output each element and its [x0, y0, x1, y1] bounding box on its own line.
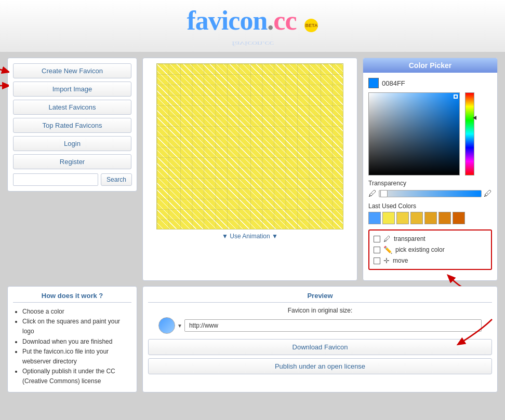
sidebar: Create New Favicon Import Image Latest F…	[7, 58, 137, 281]
beta-badge: BETA	[304, 19, 318, 32]
how-step-4: Optionally publish it under the CC (Crea…	[22, 367, 131, 386]
import-image-button[interactable]: Import Image	[13, 82, 131, 97]
color-swatch-3[interactable]	[410, 212, 423, 224]
move-tool-row: ✛ move	[374, 256, 487, 265]
transparent-checkbox[interactable]	[374, 236, 380, 242]
logo-favicon: favicon	[187, 6, 268, 35]
color-swatch-2[interactable]	[396, 212, 409, 224]
transparency-dropper-icon: 🖊	[368, 189, 377, 198]
preview-size-label: Favicon in original size:	[148, 307, 492, 314]
how-step-0: Choose a color	[22, 307, 131, 317]
hex-value: 0084FF	[382, 79, 405, 87]
download-arrow-svg	[445, 314, 497, 350]
how-title: How does it work ?	[13, 292, 131, 303]
transparent-icon: 🖊	[383, 235, 391, 243]
hue-strip-container	[465, 92, 474, 175]
transparency-slider[interactable]	[379, 190, 482, 197]
last-used-colors-row	[368, 212, 492, 224]
search-button[interactable]: Search	[101, 173, 132, 186]
slider-handle	[380, 190, 388, 197]
transparent-tool-row: 🖊 transparent	[374, 235, 487, 243]
how-box: How does it work ? Choose a color Click …	[7, 286, 137, 392]
how-step-3: Put the favicon.ico file into your webse…	[22, 347, 131, 367]
pick-tool-row: ✏️ pick existing color	[374, 246, 487, 254]
animation-label[interactable]: ▼ Use Animation ▼	[222, 233, 278, 240]
preview-favicon	[158, 317, 175, 334]
how-step-2: Download when you are finished	[22, 337, 131, 347]
hue-strip[interactable]	[465, 92, 474, 175]
canvas-area: ▼ Use Animation ▼	[142, 58, 357, 281]
publish-button[interactable]: Publish under an open license	[148, 358, 492, 374]
register-button[interactable]: Register	[13, 154, 131, 169]
preview-browser-bar: ▼	[148, 317, 492, 334]
animation-bar[interactable]: ▼ Use Animation ▼	[222, 233, 278, 240]
pick-label: pick existing color	[395, 246, 445, 253]
how-list: Choose a color Click on the squares and …	[13, 307, 131, 387]
last-used-label: Last Used Colors	[368, 202, 492, 210]
color-swatch-5[interactable]	[438, 212, 451, 224]
preview-nav-arrow[interactable]: ▼	[177, 323, 182, 329]
header: favicon.cc BETA favicon.cc	[0, 0, 505, 52]
sidebar-box: Create New Favicon Import Image Latest F…	[7, 58, 137, 192]
transparent-label: transparent	[394, 235, 426, 242]
gradient-container	[368, 92, 492, 175]
pick-icon: ✏️	[383, 246, 392, 254]
color-swatch-1[interactable]	[382, 212, 395, 224]
create-favicon-button[interactable]: Create New Favicon	[13, 63, 131, 78]
bottom-section: How does it work ? Choose a color Click …	[0, 286, 505, 398]
transparency-label: Transparency	[368, 180, 492, 187]
color-swatch-0[interactable]	[368, 212, 381, 224]
login-button[interactable]: Login	[13, 136, 131, 151]
color-picker-header: Color Picker	[363, 58, 497, 73]
color-swatch-6[interactable]	[453, 212, 465, 224]
color-picker-body: 0084FF	[363, 73, 497, 280]
hue-handle	[473, 116, 476, 120]
grid-overlay	[157, 64, 343, 229]
logo-cc: cc	[273, 6, 296, 35]
gradient-border	[368, 92, 460, 175]
transparency-full-icon: 🖊	[484, 189, 492, 198]
create-arrow	[0, 62, 9, 83]
logo-dot: .	[267, 6, 273, 35]
search-row: Search	[13, 173, 131, 186]
pick-checkbox[interactable]	[374, 247, 380, 253]
color-swatch-4[interactable]	[424, 212, 437, 224]
download-favicon-button[interactable]: Download Favicon	[148, 339, 492, 355]
logo-reflection: favicon.cc	[0, 40, 505, 48]
preview-box: Preview Favicon in original size: ▼ Down…	[142, 286, 498, 392]
color-picker-panel: Color Picker 0084FF	[363, 58, 498, 281]
color-picker-title: Color Picker	[409, 61, 451, 70]
move-checkbox[interactable]	[374, 258, 380, 264]
import-arrow	[0, 80, 9, 91]
move-icon: ✛	[383, 256, 390, 265]
preview-title: Preview	[148, 292, 492, 303]
top-rated-button[interactable]: Top Rated Favicons	[13, 118, 131, 133]
move-label: move	[393, 257, 408, 264]
favicon-grid[interactable]	[156, 63, 343, 229]
hex-row: 0084FF	[368, 78, 492, 88]
search-input[interactable]	[13, 173, 98, 186]
tools-box: 🖊 transparent ✏️ pick existing color ✛ m…	[368, 229, 492, 270]
hex-swatch	[368, 78, 379, 88]
preview-url-input[interactable]	[184, 319, 482, 332]
transparency-row: 🖊 🖊	[368, 189, 492, 198]
how-step-1: Click on the squares and paint your logo	[22, 317, 131, 336]
gradient-area[interactable]	[368, 92, 460, 175]
latest-favicons-button[interactable]: Latest Favicons	[13, 100, 131, 115]
